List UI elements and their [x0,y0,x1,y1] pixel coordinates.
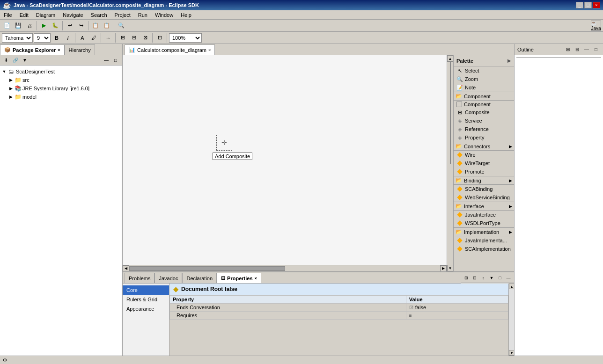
palette-item-note[interactable]: 📝 Note [454,83,514,92]
palette-collapse-icon[interactable]: ▶ [507,58,511,63]
menu-run[interactable]: Run [136,11,149,19]
scroll-right-button[interactable]: ▶ [440,265,447,272]
tab-declaration[interactable]: Declaration [182,273,217,283]
paste-button[interactable]: 📋 [102,21,112,31]
panel-menu-button[interactable]: ▼ [21,56,29,65]
distribute-button[interactable]: ⊟ [129,33,139,43]
palette-section-connectors[interactable]: 📂 Connectors ▶ [454,142,514,151]
bottom-scroll-up[interactable]: ▲ [509,284,514,289]
palette-item-promote[interactable]: Promote [454,167,514,176]
bottom-toolbar-btn3[interactable]: ↕ [479,274,487,282]
tree-item-model[interactable]: ▶ 📁 model [8,93,120,101]
palette-item-zoom[interactable]: 🔍 Zoom [454,75,514,83]
link-editor-button[interactable]: 🔗 [11,56,20,65]
tree-item-jre[interactable]: ▶ 📚 JRE System Library [jre1.6.0] [8,84,120,93]
editor-hscrollbar[interactable]: ◀ ▶ [123,265,447,271]
expand-jre[interactable]: ▶ [8,86,13,91]
tree-item-src[interactable]: ▶ 📁 src [8,76,120,84]
new-button[interactable]: 📄 [2,21,12,31]
menu-help[interactable]: Help [179,11,193,19]
scroll-down-button[interactable]: ▼ [447,265,454,271]
tab-javadoc[interactable]: Javadoc [154,273,182,283]
bottom-minimize-button[interactable]: — [505,274,512,282]
diagram-tab-close[interactable]: × [208,48,211,52]
copy-button[interactable]: 📋 [90,21,101,31]
menu-diagram[interactable]: Diagram [34,11,58,19]
palette-item-wsdlporttype[interactable]: WSDLPortType [454,219,514,227]
menu-file[interactable]: File [2,11,14,19]
palette-item-scaimpl[interactable]: SCAImplementation [454,245,514,253]
palette-item-wsbinding[interactable]: WebServiceBinding [454,193,514,202]
layout-button[interactable]: ⊠ [140,33,150,43]
bottom-vscrollbar[interactable]: ▲ ▼ [508,284,514,356]
menu-window[interactable]: Window [153,11,175,19]
tab-package-explorer[interactable]: 📦 Package Explorer × [0,44,65,55]
font-size-select[interactable]: 9 [34,33,51,43]
snap-button[interactable]: ⊡ [154,33,165,43]
palette-item-wire[interactable]: Wire [454,151,514,159]
bottom-menu-button[interactable]: ▼ [488,274,495,282]
maximize-panel-button[interactable]: □ [111,56,120,65]
zoom-select[interactable]: 100% [169,33,202,43]
java-perspective-button[interactable]: ☕ Java [591,21,601,31]
close-button[interactable]: × [593,2,600,8]
menu-project[interactable]: Project [113,11,132,19]
menu-search[interactable]: Search [89,11,109,19]
bold-button[interactable]: B [51,33,62,43]
composite-placeholder[interactable]: ✛ [216,135,232,151]
tab-problems[interactable]: Problems [125,273,154,283]
italic-button[interactable]: I [63,33,73,43]
tab-properties[interactable]: ⊟ Properties × [217,273,261,283]
nav-core[interactable]: Core [123,285,169,295]
align-button[interactable]: ⊞ [118,33,128,43]
palette-item-javainterface[interactable]: JavaInterface [454,211,514,219]
bottom-maximize-button[interactable]: □ [496,274,504,282]
palette-item-service[interactable]: ◈ Service [454,116,514,125]
outline-maximize[interactable]: □ [592,45,600,54]
run-button[interactable]: ▶ [39,21,49,31]
palette-item-component[interactable]: Component [454,101,514,108]
font-name-select[interactable]: Tahoma [2,33,33,43]
debug-button[interactable]: 🐛 [50,21,60,31]
expand-src[interactable]: ▶ [8,78,13,82]
menu-edit[interactable]: Edit [18,11,30,19]
search-button[interactable]: 🔍 [116,21,126,31]
expand-model[interactable]: ▶ [8,95,13,99]
outline-minimize[interactable]: — [582,45,591,54]
scroll-thumb-h[interactable] [129,266,285,271]
font-color-button[interactable]: A [77,33,88,43]
bottom-toolbar-btn2[interactable]: ⊟ [471,274,478,282]
tab-hierarchy[interactable]: Hierarchy [65,44,95,55]
editor-vscrollbar[interactable]: ▲ ▼ [447,55,453,271]
undo-button[interactable]: ↩ [65,21,75,31]
tree-item-root[interactable]: ▼ 🗂 ScaDesignerTest [2,67,120,76]
palette-item-select[interactable]: ↖ Select [454,66,514,75]
maximize-button[interactable]: □ [584,2,592,8]
palette-item-wiretarget[interactable]: WireTarget [454,159,514,167]
properties-close[interactable]: × [255,276,257,281]
palette-item-property[interactable]: ◈ Property [454,133,514,142]
menu-navigate[interactable]: Navigate [61,11,85,19]
print-button[interactable]: 🖨 [24,21,35,31]
palette-item-javaimpl[interactable]: JavaImplementa... [454,236,514,245]
expand-root[interactable]: ▼ [2,69,7,74]
redo-button[interactable]: ↪ [76,21,86,31]
save-button[interactable]: 💾 [13,21,23,31]
scroll-up-button[interactable]: ▲ [447,55,454,62]
editor-canvas[interactable]: ✛ Add Composite ▲ ▼ ◀ [123,55,453,271]
scroll-left-button[interactable]: ◀ [123,265,129,272]
nav-appearance[interactable]: Appearance [123,304,169,313]
palette-section-component[interactable]: 📂 Component [454,92,514,101]
palette-section-binding[interactable]: 📂 Binding ▶ [454,176,514,185]
outline-btn2[interactable]: ⊟ [573,45,581,54]
bottom-scroll-down[interactable]: ▼ [509,350,514,356]
scroll-thumb-v[interactable] [450,62,451,164]
palette-section-interface[interactable]: 📂 Interface ▶ [454,202,514,211]
collapse-all-button[interactable]: ⬇ [2,56,10,65]
outline-btn1[interactable]: ⊞ [564,45,572,54]
arrow-button[interactable]: → [103,33,113,43]
tab-calculator-diagram[interactable]: 📊 Calculator.composite_diagram × [125,44,215,55]
palette-item-scabinding[interactable]: SCABinding [454,185,514,193]
palette-section-implementation[interactable]: 📂 Implementation ▶ [454,227,514,236]
val-ends-conversation[interactable]: ☑ false [406,304,508,312]
